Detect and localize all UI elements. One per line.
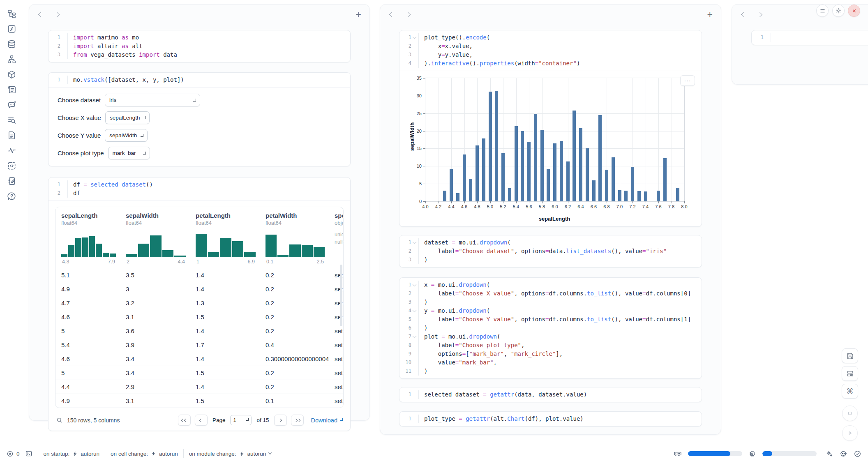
code-content[interactable]: plot_type().encode( x=x.value, y=y.value… [419,33,702,68]
column-next-icon[interactable] [405,12,411,17]
code-content[interactable]: x = mo.ui.dropdown( label="Choose X valu… [419,281,702,376]
next-page-button[interactable] [274,415,287,426]
column-prev-icon[interactable] [389,12,395,17]
x-tick-label: 7.2 [629,204,635,209]
table-cell: 1.5 [190,369,260,376]
column-header-sepalLength[interactable]: sepalLengthfloat644.37.9 [55,212,120,268]
column-prev-icon[interactable] [741,12,746,17]
table-scrollbar[interactable] [340,265,342,326]
code-editor[interactable]: 1selected_dataset = getattr(data, datase… [399,387,702,402]
code-content[interactable]: df = selected_dataset()df [68,180,350,198]
fold-chevron-icon[interactable] [412,308,416,312]
code-editor[interactable]: 1 Start coding or generate with [752,30,868,45]
last-page-button[interactable] [291,415,304,426]
documentation-icon[interactable] [7,131,16,140]
chart-plot-area[interactable]: 4.04.24.44.64.85.05.25.45.65.86.06.26.46… [425,78,685,202]
altair-chart[interactable]: sepalWidth 4.04.24.44.64.85.05.25.45.65.… [399,71,702,226]
run-mode-on-module-change[interactable]: on module change:autorun [189,451,272,457]
code-line: y=y.value, [424,51,702,59]
layout-button[interactable] [842,366,858,381]
code-content[interactable]: import marimo as moimport altair as altf… [68,33,350,59]
column-header-speci[interactable]: speciobjecuniqunulls: [329,212,343,268]
page-value: 1 [233,417,236,423]
column-header-petalWidth[interactable]: petalWidthfloat640.12.5 [260,212,329,268]
chart-bar [560,141,563,201]
table-cell: 3.9 [120,341,190,348]
code-line: mo.vstack([dataset, x, y, plot]) [73,76,350,84]
code-editor[interactable]: 1234plot_type().encode( x=x.value, y=y.v… [399,30,702,71]
column-next-icon[interactable] [757,12,762,17]
run-mode-on-cell-change[interactable]: on cell change:autorun [111,451,178,457]
dropdown-select-choose-dataset[interactable]: iris [105,94,200,106]
column-next-icon[interactable] [54,12,60,17]
tracing-icon[interactable] [7,146,16,155]
code-editor[interactable]: 12df = selected_dataset()df [48,177,350,201]
line-number: 2 [399,42,418,51]
x-tick-label: 6.2 [565,204,571,209]
notebook-menu-button[interactable] [816,5,829,17]
fold-chevron-icon[interactable] [412,334,416,338]
add-cell-button[interactable]: + [707,10,713,19]
code-content[interactable]: selected_dataset = getattr(data, dataset… [419,390,702,399]
code-editor[interactable]: 1plot_type = getattr(alt.Chart(df), plot… [399,412,702,426]
file-tree-icon[interactable] [7,9,16,18]
dropdown-select-choose-y-value[interactable]: sepalWidth [105,129,148,142]
dropdown-select-choose-x-value[interactable]: sepalLength [105,111,150,124]
table-cell: 1.7 [190,341,260,348]
column-prev-icon[interactable] [38,12,44,17]
table-search-icon[interactable] [7,115,16,125]
copilot-button[interactable] [839,449,847,458]
add-cell-button[interactable]: + [356,10,361,19]
close-icon [852,8,857,14]
fold-chevron-icon[interactable] [412,240,416,244]
notebook-column-middle: + 1234plot_type().encode( x=x.value, y=y… [380,4,721,435]
connection-status-button[interactable] [854,450,861,458]
table-cell: setos [329,397,343,404]
download-button[interactable]: Download [311,417,343,424]
scratchpad-icon[interactable] [7,176,16,186]
code-editor[interactable]: 1mo.vstack([dataset, x, y, plot]) [48,73,350,87]
code-editor[interactable]: 123import marimo as moimport altair as a… [48,30,350,62]
first-page-button[interactable] [178,415,191,426]
y-tick-label: 35 [417,76,422,81]
dropdown-select-choose-plot-type[interactable]: mark_bar [108,147,150,159]
ai-sparkles-button[interactable] [825,450,833,458]
fold-chevron-icon[interactable] [412,282,416,286]
packages-icon[interactable] [7,70,16,79]
column-header-petalLength[interactable]: petalLengthfloat6416.9 [190,212,260,268]
page-label: Page [212,417,226,423]
datasources-icon[interactable] [7,39,16,49]
dropdown-value: mark_bar [113,150,136,156]
settings-button[interactable] [832,5,845,17]
chart-menu-button[interactable]: ··· [680,75,695,86]
stop-button[interactable] [842,406,858,421]
ai-chat-icon[interactable] [7,100,16,110]
logs-icon[interactable] [7,85,16,95]
save-button[interactable] [842,348,858,363]
table-header: sepalLengthfloat644.37.9sepalWidthfloat6… [55,207,343,268]
column-header-sepalWidth[interactable]: sepalWidthfloat6424.4 [120,212,190,268]
help-icon[interactable] [7,191,16,201]
run-mode-on-startup[interactable]: on startup:autorun [44,451,100,457]
snippets-icon[interactable] [7,161,16,171]
close-button[interactable] [848,5,860,17]
run-button[interactable] [842,425,858,441]
chart-bar [482,138,485,201]
code-editor[interactable]: 123dataset = mo.ui.dropdown( label="Choo… [399,235,702,267]
dependency-graph-icon[interactable] [7,55,16,64]
error-indicator[interactable]: 0 [7,450,20,457]
code-content[interactable]: mo.vstack([dataset, x, y, plot]) [68,76,350,84]
code-editor[interactable]: 1234567891011x = mo.ui.dropdown( label="… [399,278,702,378]
fold-chevron-icon[interactable] [412,35,416,39]
column-nav [39,13,59,16]
search-icon[interactable] [56,417,63,424]
functions-icon[interactable] [7,24,16,34]
code-content[interactable]: plot_type = getattr(alt.Chart(df), plot.… [419,415,702,423]
page-select[interactable]: 1 [230,415,252,425]
terminal-button[interactable] [25,450,32,457]
code-content[interactable]: dataset = mo.ui.dropdown( label="Choose … [419,238,702,264]
page-total-label: of 15 [256,417,269,423]
keyboard-shortcuts-button[interactable]: ⌘ [842,384,858,399]
prev-page-button[interactable] [195,415,208,426]
line-number: 1 [399,415,418,423]
